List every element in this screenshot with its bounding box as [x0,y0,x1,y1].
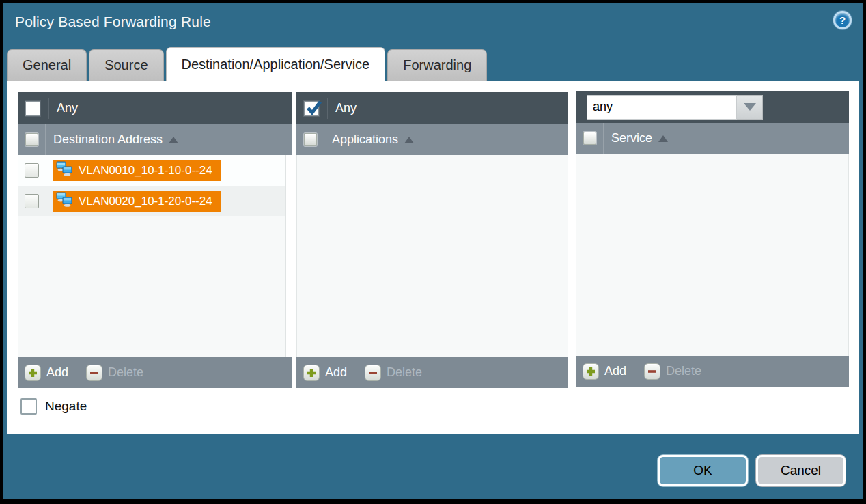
cancel-button[interactable]: Cancel [756,455,846,486]
applications-any-bar: Any [296,92,568,124]
destination-address-column: Any Destination Address [18,92,292,388]
applications-select-all-checkbox[interactable] [304,133,317,146]
service-header-row: Service [576,123,849,154]
delete-button[interactable]: Delete [86,365,143,381]
address-object-label: VLAN0020_10-1-20-0--24 [79,195,212,208]
add-plus-icon [303,365,320,381]
destination-column-header[interactable]: Destination Address [53,132,178,147]
divider [46,155,46,186]
add-plus-icon [583,363,599,380]
destination-any-checkbox[interactable] [25,101,40,116]
network-address-icon [56,192,74,211]
delete-minus-icon [365,365,381,381]
divider [45,124,46,155]
sort-ascending-icon [658,135,668,142]
add-button[interactable]: Add [583,363,626,380]
row-checkbox[interactable] [25,194,39,208]
service-dropdown-button[interactable] [737,95,763,120]
add-button[interactable]: Add [303,365,347,381]
ok-button[interactable]: OK [658,455,748,486]
divider [603,123,604,154]
list-item: VLAN0010_10-1-10-0--24 [18,155,292,186]
sort-ascending-icon [404,137,414,143]
tab-forwarding[interactable]: Forwarding [387,49,487,81]
tab-content-panel: Any Destination Address [7,81,859,434]
applications-any-checkbox[interactable] [304,101,319,116]
delete-button[interactable]: Delete [365,365,422,381]
destination-any-bar: Any [18,92,292,124]
applications-column: Any Applications Add [296,92,568,388]
applications-toolbar: Add Delete [296,357,568,388]
list-item: VLAN0020_10-1-20-0--24 [18,186,292,216]
service-list [576,154,849,356]
service-column-header[interactable]: Service [611,131,668,145]
tab-bar: General Source Destination/Application/S… [7,47,489,81]
chevron-down-icon [744,103,756,111]
dialog-title: Policy Based Forwarding Rule [15,14,211,30]
tab-destination-application-service[interactable]: Destination/Application/Service [166,47,386,81]
destination-select-all-checkbox[interactable] [25,133,38,146]
negate-checkbox[interactable] [20,398,37,415]
applications-header-row: Applications [296,124,568,155]
negate-option: Negate [20,398,87,415]
add-plus-icon [25,365,41,381]
delete-button[interactable]: Delete [644,363,701,380]
pbf-rule-dialog: Policy Based Forwarding Rule ? General S… [3,3,863,499]
applications-list [296,155,568,357]
tab-general[interactable]: General [7,49,87,81]
destination-header-row: Destination Address [18,124,292,155]
destination-toolbar: Add Delete [18,357,292,388]
destination-any-label: Any [57,101,78,115]
help-icon[interactable]: ? [833,11,852,29]
row-checkbox[interactable] [25,163,39,178]
service-dropdown-value: any [587,95,737,120]
add-button[interactable]: Add [25,365,68,381]
checkmark-icon [305,99,323,117]
address-object-chip[interactable]: VLAN0020_10-1-20-0--24 [53,191,221,212]
sort-ascending-icon [169,137,178,143]
applications-any-label: Any [335,101,357,115]
window-frame: Policy Based Forwarding Rule ? General S… [0,0,866,504]
tab-source[interactable]: Source [89,49,163,81]
service-toolbar: Add Delete [576,356,849,387]
service-column: any Service [576,91,849,387]
service-any-bar: any [576,91,849,123]
network-address-icon [56,161,74,180]
divider [324,124,324,155]
service-select-all-checkbox[interactable] [583,132,596,145]
delete-minus-icon [644,363,660,380]
service-dropdown[interactable]: any [587,95,763,120]
divider [48,98,49,119]
address-object-chip[interactable]: VLAN0010_10-1-10-0--24 [53,160,221,181]
divider [327,98,328,119]
divider [46,186,46,216]
delete-minus-icon [86,365,102,381]
address-object-label: VLAN0010_10-1-10-0--24 [79,164,212,178]
negate-label: Negate [45,399,87,414]
scrollbar[interactable] [285,155,292,357]
applications-column-header[interactable]: Applications [332,132,414,147]
destination-list: VLAN0010_10-1-10-0--24 [18,155,292,357]
